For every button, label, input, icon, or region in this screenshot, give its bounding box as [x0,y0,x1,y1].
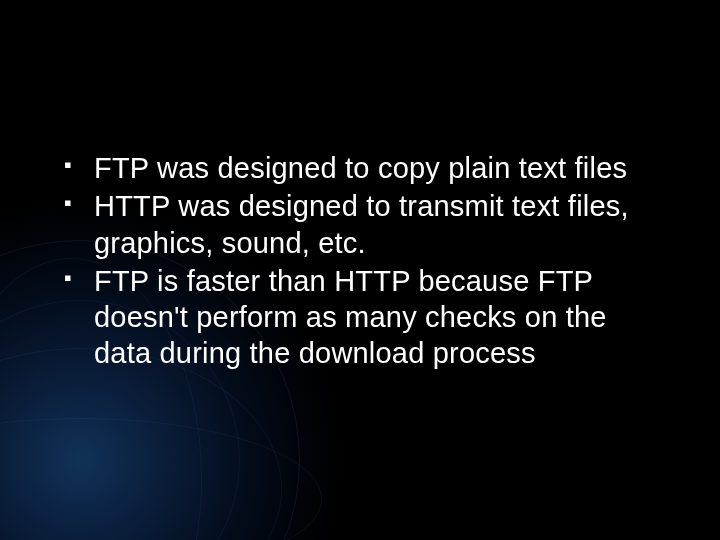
bullet-item: FTP was designed to copy plain text file… [60,150,670,186]
bullet-item: HTTP was designed to transmit text files… [60,188,670,261]
background-gridline [0,418,322,540]
bullet-list: FTP was designed to copy plain text file… [60,150,670,372]
slide: FTP was designed to copy plain text file… [0,0,720,540]
background-gridline [0,348,282,540]
bullet-item: FTP is faster than HTTP because FTP does… [60,263,670,372]
slide-body: FTP was designed to copy plain text file… [60,150,670,374]
